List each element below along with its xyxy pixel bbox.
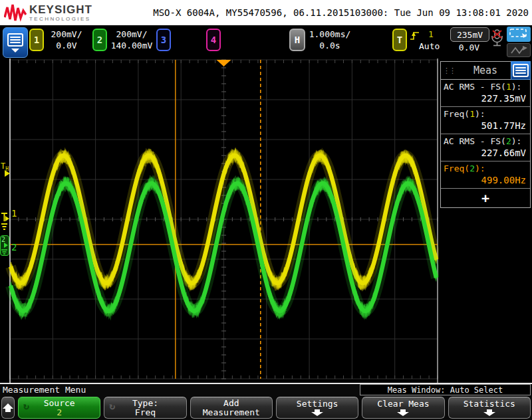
- measurement-panel-area: ⋮⋮ Meas ⋮⋮ AC RMS - FS(1): 227.35mV Freq…: [439, 58, 532, 383]
- zone-select-icon: [509, 28, 529, 41]
- measurement-row[interactable]: AC RMS - FS(2): 227.66mV: [441, 134, 530, 161]
- measurement-row[interactable]: AC RMS - FS(1): 227.35mV: [441, 80, 530, 107]
- keysight-logo: KEYSIGHT TECHNOLOGIES: [4, 3, 92, 23]
- brand-subtitle: TECHNOLOGIES: [29, 17, 92, 22]
- measurement-panel: ⋮⋮ Meas ⋮⋮ AC RMS - FS(1): 227.35mV Freq…: [440, 61, 531, 208]
- down-arrow-icon: [483, 409, 496, 416]
- add-measurement-button[interactable]: +: [441, 189, 530, 207]
- graticule-and-waveforms: [0, 58, 439, 383]
- microphone-muted-icon: [489, 29, 504, 49]
- oscilloscope-screen: KEYSIGHT TECHNOLOGIES MSO-X 6004A, MY554…: [0, 0, 532, 420]
- channel-4-button[interactable]: 4: [206, 29, 221, 51]
- zigzag-arrow-icon: [509, 45, 528, 56]
- channel-1-button[interactable]: 1: [29, 29, 44, 51]
- trigger-mode: Auto: [419, 41, 440, 51]
- waveform-nav-button[interactable]: [507, 43, 531, 57]
- zone-touch-trigger-button[interactable]: [507, 27, 531, 42]
- keysight-spark-icon: [4, 3, 27, 23]
- trigger-button[interactable]: T: [392, 29, 407, 51]
- trigger-source: 1: [428, 29, 434, 39]
- system-title: MSO-X 6004A, MY55470596, 06.11.201510300…: [153, 7, 529, 18]
- channel-bar: 1 200mV/ 0.0V 2 200mV/ 140.00mV 3 4 H 1.…: [0, 25, 532, 58]
- measurement-row-selected[interactable]: Freq(2): 499.00Hz: [441, 161, 530, 189]
- channel-2-settings[interactable]: 200mV/ 140.00mV: [106, 29, 157, 51]
- channel-1-ground-marker[interactable]: [0, 211, 10, 231]
- chevron-down-icon: [11, 49, 19, 52]
- rotate-knob-icon: ↻: [109, 401, 115, 411]
- softkey-add-measurement[interactable]: Add Measurement: [190, 397, 273, 419]
- timebase-delay: 0.0s: [305, 40, 354, 51]
- measurement-value: 227.66mV: [444, 146, 527, 158]
- channel-2-ground-label: 2: [11, 242, 17, 253]
- up-arrow-icon: [3, 403, 13, 412]
- channel-1-ground-label: 1: [11, 208, 17, 219]
- trigger-level-field[interactable]: 235mV: [450, 27, 489, 42]
- softkey-clear-meas[interactable]: Clear Meas: [362, 397, 444, 419]
- badge-channel-number: 2: [1, 236, 5, 243]
- right-arrow-icon: [5, 170, 10, 177]
- softkey-source[interactable]: ↻ Source 2: [18, 397, 100, 419]
- measurement-value: 501.77Hz: [444, 119, 527, 131]
- down-arrow-icon: [396, 409, 410, 416]
- ch1-offset: 0.0V: [43, 40, 90, 51]
- measurement-value: 227.35mV: [444, 92, 527, 104]
- rotate-knob-icon: ↻: [23, 401, 29, 411]
- softkey-type[interactable]: ↻ Type: Freq: [104, 397, 186, 419]
- drag-handle-icon[interactable]: ⋮⋮: [443, 66, 455, 75]
- measurement-row[interactable]: Freq(1): 501.77Hz: [441, 107, 530, 134]
- ch1-scale: 200mV/: [43, 29, 90, 40]
- hamburger-icon: [513, 64, 529, 77]
- hamburger-icon: [7, 33, 23, 47]
- panel-title: Meas: [455, 64, 516, 76]
- trigger-level-marker[interactable]: TH: [1, 162, 9, 172]
- edge-trigger-icon: [410, 30, 422, 42]
- softkey-statistics[interactable]: Statistics: [448, 397, 531, 419]
- softkey-settings[interactable]: Settings: [276, 397, 358, 419]
- ch2-offset: 140.00mV: [106, 40, 157, 51]
- panel-menu-button[interactable]: [511, 61, 531, 80]
- measurement-panel-header[interactable]: ⋮⋮ Meas ⋮⋮: [441, 62, 530, 80]
- down-arrow-icon: [311, 409, 324, 416]
- channel-3-button[interactable]: 3: [156, 29, 171, 51]
- measurement-value: 499.00Hz: [444, 173, 527, 185]
- menu-title: Measurement Menu: [3, 385, 86, 395]
- waveform-display[interactable]: TH 2 1 2 ⋮⋮: [0, 58, 532, 383]
- trigger-level-secondary: 0.0V: [450, 43, 488, 52]
- ch2-scale: 200mV/: [106, 29, 157, 40]
- horizontal-settings[interactable]: 1.000ms/ 0.0s: [305, 29, 354, 51]
- timebase-scale: 1.000ms/: [305, 29, 354, 40]
- meas-window-status[interactable]: Meas Window: Auto Select: [360, 384, 531, 395]
- horizontal-button[interactable]: H: [289, 29, 305, 51]
- menu-up-button[interactable]: [1, 397, 15, 419]
- softkey-menu-area: Measurement Menu Meas Window: Auto Selec…: [0, 383, 532, 420]
- channel-2-button[interactable]: 2: [92, 29, 107, 51]
- main-menu-button[interactable]: [3, 27, 28, 58]
- brand-name: KEYSIGHT: [29, 4, 92, 15]
- channel-2-ground-marker[interactable]: 2: [0, 235, 9, 256]
- channel-1-settings[interactable]: 200mV/ 0.0V: [43, 29, 90, 51]
- title-bar: KEYSIGHT TECHNOLOGIES MSO-X 6004A, MY554…: [0, 0, 532, 25]
